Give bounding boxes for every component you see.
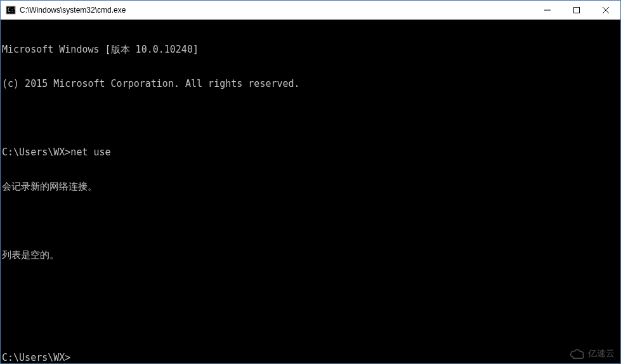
maximize-button[interactable] xyxy=(562,1,591,19)
cursor-icon xyxy=(70,354,75,363)
cmd-window: C:\ C:\Windows\system32\cmd.exe Microsof… xyxy=(0,0,621,364)
cmd-icon: C:\ xyxy=(6,5,16,15)
minimize-button[interactable] xyxy=(533,1,562,19)
terminal-prompt-line: C:\Users\WX> xyxy=(2,352,619,363)
terminal-prompt: C:\Users\WX> xyxy=(2,352,70,363)
svg-text:C:\: C:\ xyxy=(8,8,16,13)
terminal-line: 会记录新的网络连接。 xyxy=(2,181,619,192)
cloud-icon xyxy=(569,348,585,360)
titlebar-buttons xyxy=(533,1,620,19)
titlebar[interactable]: C:\ C:\Windows\system32\cmd.exe xyxy=(1,1,620,20)
terminal-line xyxy=(2,318,619,329)
terminal-line: C:\Users\WX>net use xyxy=(2,146,619,158)
terminal-line: Microsoft Windows [版本 10.0.10240] xyxy=(2,44,619,55)
terminal-output[interactable]: Microsoft Windows [版本 10.0.10240] (c) 20… xyxy=(1,20,620,363)
close-button[interactable] xyxy=(591,1,620,19)
watermark-text: 亿速云 xyxy=(588,348,615,360)
terminal-line: 列表是空的。 xyxy=(2,249,619,261)
watermark: 亿速云 xyxy=(569,348,615,360)
terminal-line xyxy=(2,283,619,295)
window-title: C:\Windows\system32\cmd.exe xyxy=(20,6,533,15)
terminal-line xyxy=(2,215,619,226)
terminal-line xyxy=(2,112,619,124)
svg-rect-3 xyxy=(574,7,580,13)
terminal-line: (c) 2015 Microsoft Corporation. All righ… xyxy=(2,78,619,89)
